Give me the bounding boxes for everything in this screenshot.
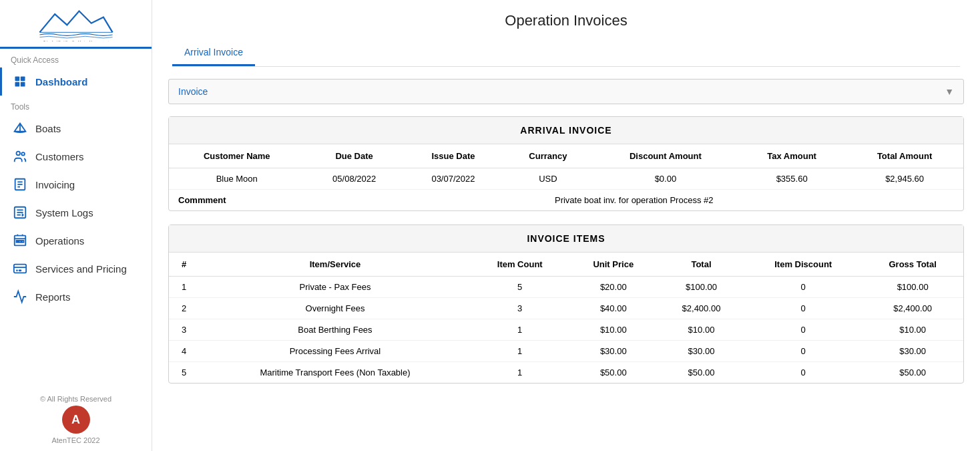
tools-label: Tools <box>0 96 152 114</box>
item-service-cell: Boat Berthing Fees <box>199 319 471 341</box>
col-unit-price: Unit Price <box>569 253 658 277</box>
item-total-cell: $50.00 <box>658 362 744 384</box>
col-total: Total <box>658 253 744 277</box>
col-gross-total: Gross Total <box>862 253 963 277</box>
sidebar-item-operations[interactable]: Operations <box>0 227 152 255</box>
tax-amount-cell: $355.60 <box>738 168 846 190</box>
sidebar-item-customers[interactable]: Customers <box>0 142 152 170</box>
invoice-items-card: INVOICE ITEMS # Item/Service Item Count … <box>168 224 964 384</box>
reports-icon <box>13 289 27 304</box>
item-total-cell: $10.00 <box>658 319 744 341</box>
item-discount-cell: 0 <box>744 362 862 384</box>
item-gross-total-cell: $30.00 <box>862 341 963 362</box>
col-item-service: Item/Service <box>199 253 471 277</box>
invoice-dropdown-label: Invoice <box>178 86 208 97</box>
item-count-cell: 1 <box>471 319 569 341</box>
svg-rect-18 <box>17 241 19 243</box>
currency-cell: USD <box>503 168 593 190</box>
item-count-cell: 1 <box>471 362 569 384</box>
sidebar-item-invoicing[interactable]: Invoicing <box>0 170 152 198</box>
item-service-cell: Processing Fees Arrival <box>199 341 471 362</box>
item-discount-cell: 0 <box>744 277 862 298</box>
tabs-bar: Arrival Invoice <box>172 40 960 67</box>
item-gross-total-cell: $2,400.00 <box>862 298 963 319</box>
svg-rect-19 <box>19 241 21 243</box>
item-num-cell: 4 <box>169 341 199 362</box>
tab-arrival-invoice[interactable]: Arrival Invoice <box>172 40 255 66</box>
sidebar-item-services-pricing[interactable]: Services and Pricing <box>0 255 152 283</box>
col-total-amount: Total Amount <box>846 144 963 168</box>
svg-text:Taba And Red Sea For Marine Ma: Taba And Red Sea For Marine Management <box>43 40 109 41</box>
table-row: 5 Maritime Transport Fees (Non Taxable) … <box>169 362 963 384</box>
due-date-cell: 05/08/2022 <box>304 168 403 190</box>
sidebar-item-reports[interactable]: Reports <box>0 283 152 311</box>
sidebar-item-dashboard[interactable]: Dashboard <box>0 67 152 96</box>
table-row: 2 Overnight Fees 3 $40.00 $2,400.00 0 $2… <box>169 298 963 319</box>
item-gross-total-cell: $50.00 <box>862 362 963 384</box>
syslogs-icon <box>13 205 27 220</box>
operations-icon <box>13 233 27 248</box>
svg-rect-1 <box>15 77 20 82</box>
item-discount-cell: 0 <box>744 298 862 319</box>
arrival-invoice-title: ARRIVAL INVOICE <box>169 117 963 144</box>
comment-text: Private boat inv. for operation Process … <box>304 190 963 211</box>
invoice-items-title: INVOICE ITEMS <box>169 225 963 253</box>
chevron-down-icon: ▼ <box>945 86 954 97</box>
invoice-dropdown[interactable]: Invoice ▼ <box>168 79 964 104</box>
dashboard-icon <box>13 74 27 89</box>
sidebar-footer: © All Rights Reserved A AtenTEC 2022 <box>0 388 152 451</box>
table-row: 3 Boat Berthing Fees 1 $10.00 $10.00 0 $… <box>169 319 963 341</box>
sidebar-item-dashboard-label: Dashboard <box>35 76 87 88</box>
item-unit-price-cell: $40.00 <box>569 298 658 319</box>
item-total-cell: $100.00 <box>658 277 744 298</box>
col-issue-date: Issue Date <box>404 144 503 168</box>
item-count-cell: 5 <box>471 277 569 298</box>
invoicing-icon <box>13 177 27 192</box>
customer-name-cell: Blue Moon <box>169 168 304 190</box>
sidebar-item-services-label: Services and Pricing <box>35 263 127 275</box>
logo-svg: Taba And Red Sea For Marine Management <box>29 8 123 41</box>
item-discount-cell: 0 <box>744 341 862 362</box>
comment-row: Commment Private boat inv. for operation… <box>169 190 963 211</box>
col-item-count: Item Count <box>471 253 569 277</box>
table-row: 1 Private - Pax Fees 5 $20.00 $100.00 0 … <box>169 277 963 298</box>
svg-rect-21 <box>14 265 26 273</box>
sidebar-item-customers-label: Customers <box>35 151 84 162</box>
total-amount-cell: $2,945.60 <box>846 168 963 190</box>
item-unit-price-cell: $10.00 <box>569 319 658 341</box>
svg-rect-20 <box>22 241 24 243</box>
svg-point-6 <box>17 152 21 156</box>
footer-badge: A <box>62 406 90 434</box>
svg-point-7 <box>21 152 25 156</box>
sidebar-item-system-logs[interactable]: System Logs <box>0 198 152 227</box>
arrival-invoice-table: Customer Name Due Date Issue Date Curran… <box>169 144 963 210</box>
svg-rect-3 <box>15 82 20 87</box>
item-num-cell: 1 <box>169 277 199 298</box>
copyright-text: © All Rights Reserved <box>40 395 111 403</box>
table-row: Blue Moon 05/08/2022 03/07/2022 USD $0.0… <box>169 168 963 190</box>
item-gross-total-cell: $100.00 <box>862 277 963 298</box>
sidebar: Taba And Red Sea For Marine Management Q… <box>0 0 152 451</box>
services-icon <box>13 261 27 276</box>
arrival-invoice-card: ARRIVAL INVOICE Customer Name Due Date I… <box>168 116 964 211</box>
comment-label: Commment <box>169 190 304 211</box>
customers-icon <box>13 149 27 164</box>
discount-amount-cell: $0.00 <box>593 168 738 190</box>
item-gross-total-cell: $10.00 <box>862 319 963 341</box>
item-count-cell: 3 <box>471 298 569 319</box>
invoice-items-table: # Item/Service Item Count Unit Price Tot… <box>169 253 963 383</box>
col-due-date: Due Date <box>304 144 403 168</box>
brand-text: AtenTEC 2022 <box>51 436 99 444</box>
sidebar-item-operations-label: Operations <box>35 235 84 247</box>
content-area: Invoice ▼ ARRIVAL INVOICE Customer Name … <box>152 67 980 451</box>
col-num: # <box>169 253 199 277</box>
sidebar-item-boats[interactable]: Boats <box>0 114 152 142</box>
sidebar-item-system-logs-label: System Logs <box>35 207 93 218</box>
item-service-cell: Private - Pax Fees <box>199 277 471 298</box>
sidebar-item-boats-label: Boats <box>35 123 61 134</box>
main-content: Operation Invoices Arrival Invoice Invoi… <box>152 0 980 451</box>
item-unit-price-cell: $50.00 <box>569 362 658 384</box>
item-num-cell: 2 <box>169 298 199 319</box>
item-num-cell: 3 <box>169 319 199 341</box>
col-customer-name: Customer Name <box>169 144 304 168</box>
